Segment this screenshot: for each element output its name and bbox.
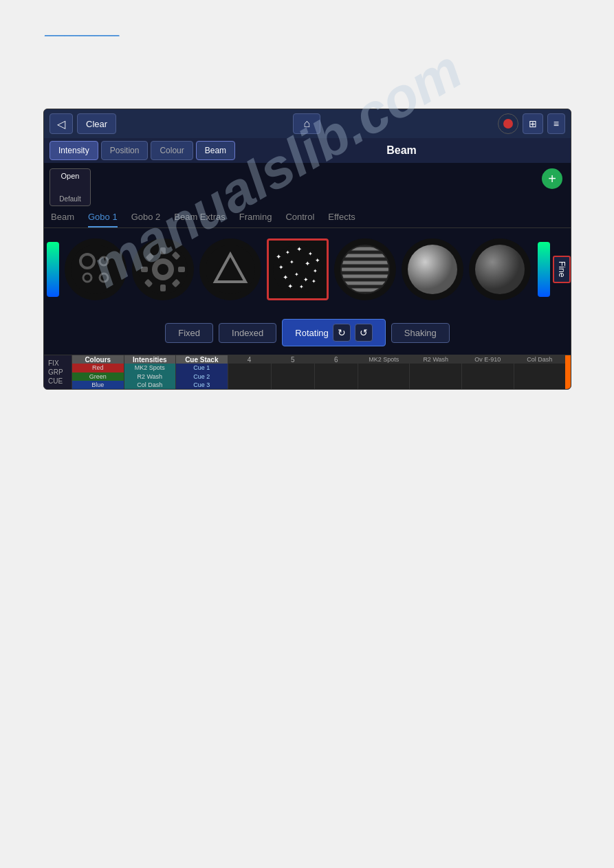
gobo-nav-gobo2[interactable]: Gobo 2 — [131, 212, 161, 227]
gobo-item-1[interactable] — [65, 238, 127, 300]
cell6-r2 — [315, 372, 358, 381]
add-button[interactable]: + — [542, 168, 562, 189]
gobo-items-row: ✦ ✦ ✦ ✦ ✦ ✦ ✦ ✦ ✦ ✦ ✦ ✦ ✦ ✦ ✦ — [62, 238, 538, 300]
svg-text:✦: ✦ — [294, 271, 299, 278]
cuestack-header: Cue Stack — [176, 355, 228, 364]
grp-label: GRP — [48, 368, 67, 376]
page-title: Beam — [238, 144, 565, 157]
svg-point-44 — [475, 245, 525, 294]
mk2spots-header: MK2 Spots — [358, 355, 410, 364]
cell6-header: 6 — [315, 355, 358, 364]
gobo-item-7[interactable] — [469, 238, 531, 300]
intensities-r2: R2 Wash — [124, 372, 176, 381]
svg-text:✦: ✦ — [278, 264, 284, 271]
rotating-label: Rotating — [295, 328, 328, 338]
rotation-rotating-group: Rotating ↻ ↺ — [282, 319, 385, 346]
mk2spots-multirow: MK2 Spots — [358, 355, 410, 389]
back-icon: ◁ — [57, 118, 65, 131]
svg-rect-11 — [178, 267, 185, 272]
clear-button[interactable]: Clear — [77, 113, 116, 134]
svg-point-7 — [157, 264, 168, 275]
gobo-open-label: Open — [53, 172, 87, 180]
status-cell-6[interactable]: 6 — [314, 355, 358, 389]
status-bar: FIX GRP CUE Colours Red Green Blue Inten… — [44, 355, 571, 389]
r2wash-multirow: R2 Wash — [410, 355, 461, 389]
rotation-ccw-button[interactable]: ↺ — [355, 324, 373, 342]
status-cell-colours[interactable]: Colours Red Green Blue — [72, 355, 124, 389]
status-cell-ove910[interactable]: Ov E-910 — [461, 355, 514, 389]
r2wash-r1 — [410, 364, 461, 372]
svg-text:✦: ✦ — [305, 260, 310, 267]
left-slider[interactable] — [47, 242, 59, 297]
record-button[interactable] — [498, 113, 518, 134]
colours-header: Colours — [72, 355, 124, 364]
cell5-r1 — [272, 364, 314, 372]
colours-green: Green — [72, 372, 124, 381]
svg-rect-9 — [160, 285, 166, 291]
rotation-shaking-button[interactable]: Shaking — [391, 323, 450, 343]
fine-button[interactable]: Fine — [553, 256, 571, 282]
top-link[interactable]: _______________ — [45, 26, 119, 36]
gobo-item-4[interactable]: ✦ ✦ ✦ ✦ ✦ ✦ ✦ ✦ ✦ ✦ ✦ ✦ ✦ ✦ ✦ — [267, 238, 329, 300]
gobo-svg-5 — [338, 242, 393, 297]
coldash-header: Col Dash — [514, 355, 566, 364]
gobo-nav-beam[interactable]: Beam — [51, 212, 74, 227]
toolbar-right: ⊞ ≡ — [498, 113, 565, 134]
home-button[interactable]: ⌂ — [293, 113, 320, 134]
app-container: ◁ Clear ⌂ ⊞ ≡ Intensity Position Colour … — [43, 109, 571, 390]
grid-icon: ⊞ — [529, 118, 537, 129]
back-button[interactable]: ◁ — [50, 113, 73, 134]
gobo-item-5[interactable] — [334, 238, 396, 300]
status-cell-mk2spots[interactable]: MK2 Spots — [358, 355, 410, 389]
tab-beam[interactable]: Beam — [196, 141, 235, 160]
toolbar-center: ⌂ — [120, 113, 494, 134]
status-cell-cuestack[interactable]: Cue Stack Cue 1 Cue 2 Cue 3 — [175, 355, 228, 389]
svg-point-43 — [408, 245, 457, 294]
rotation-fixed-button[interactable]: Fixed — [165, 323, 213, 343]
r2wash-r2 — [410, 372, 461, 381]
cuestack-cue1: Cue 1 — [176, 364, 228, 372]
gobo-item-6[interactable] — [402, 238, 463, 300]
intensities-header: Intensities — [124, 355, 176, 364]
home-icon: ⌂ — [304, 118, 311, 130]
cue-label: CUE — [48, 377, 67, 385]
menu-button[interactable]: ≡ — [547, 113, 565, 134]
gobo-nav-extras[interactable]: Beam Extras — [174, 212, 225, 227]
svg-text:✦: ✦ — [296, 245, 302, 253]
gobo-svg-1 — [68, 242, 123, 297]
record-icon — [503, 119, 513, 129]
intensities-mk2: MK2 Spots — [124, 364, 176, 372]
tab-colour[interactable]: Colour — [151, 141, 193, 160]
svg-rect-8 — [160, 247, 166, 254]
svg-text:✦: ✦ — [283, 274, 288, 281]
svg-text:✦: ✦ — [287, 282, 293, 290]
gobo-nav-control[interactable]: Control — [285, 212, 314, 227]
gobo-item-2[interactable] — [132, 238, 194, 300]
gobo-nav-gobo1[interactable]: Gobo 1 — [88, 212, 118, 227]
tab-intensity[interactable]: Intensity — [50, 141, 98, 160]
rotation-cw-button[interactable]: ↻ — [333, 324, 351, 342]
gobo-open-item[interactable]: Open Default — [50, 168, 91, 206]
gobo-nav-effects[interactable]: Effects — [328, 212, 355, 227]
gobo-item-3[interactable] — [199, 238, 261, 300]
grid-button[interactable]: ⊞ — [523, 113, 543, 134]
status-cell-coldash[interactable]: Col Dash — [514, 355, 566, 389]
right-slider[interactable] — [538, 242, 550, 297]
main-area: Open Default + Beam Gobo 1 Gobo 2 Beam E… — [44, 163, 571, 355]
r2wash-r3 — [410, 381, 461, 389]
svg-text:✦: ✦ — [276, 253, 281, 260]
mk2spots-r3 — [358, 381, 410, 389]
tab-position[interactable]: Position — [101, 141, 149, 160]
status-cell-5[interactable]: 5 — [271, 355, 314, 389]
ove910-multirow: Ov E-910 — [462, 355, 514, 389]
cell5-header: 5 — [272, 355, 314, 364]
status-cell-intensities[interactable]: Intensities MK2 Spots R2 Wash Col Dash — [124, 355, 176, 389]
gobo-svg-6 — [405, 242, 460, 297]
rotation-indexed-button[interactable]: Indexed — [219, 323, 276, 343]
svg-text:✦: ✦ — [308, 251, 313, 257]
status-cell-4[interactable]: 4 — [228, 355, 271, 389]
cell6-r3 — [315, 381, 358, 389]
ove910-r1 — [462, 364, 514, 372]
status-cell-r2wash[interactable]: R2 Wash — [409, 355, 461, 389]
gobo-nav-framing[interactable]: Framing — [239, 212, 272, 227]
